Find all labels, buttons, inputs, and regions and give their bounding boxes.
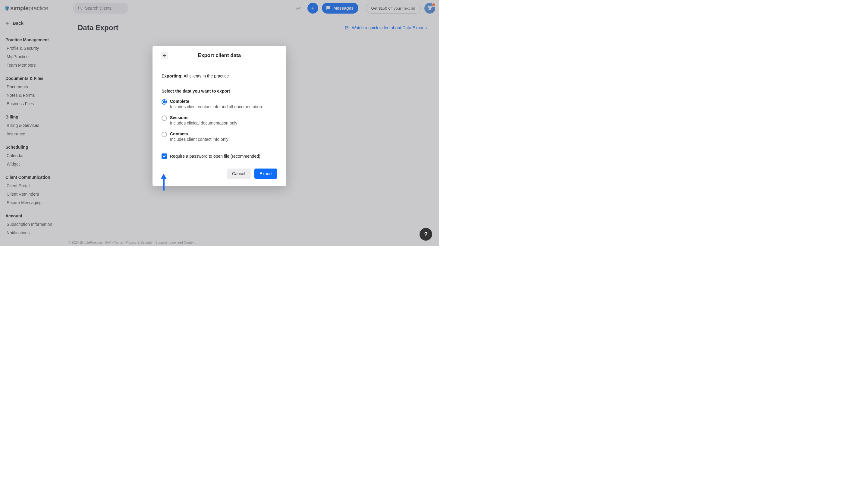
exporting-summary: Exporting: All clients in the practice [161,73,277,79]
help-button[interactable]: ? [420,228,432,241]
password-checkbox-label: Require a password to open file (recomme… [170,154,260,159]
modal-back-button[interactable] [161,52,168,59]
export-option-row[interactable]: ContactsIncludes client contact info onl… [161,131,277,142]
modal-title: Export client data [198,53,241,59]
cancel-button[interactable]: Cancel [227,169,251,179]
radio-button[interactable] [161,132,167,137]
radio-title: Sessions [170,115,237,120]
modal-divider [161,148,277,148]
check-icon [162,154,166,158]
radio-button[interactable] [161,99,167,104]
radio-desc: Includes client contact info and all doc… [170,104,262,109]
export-option-row[interactable]: SessionsIncludes clinical documentation … [161,115,277,125]
radio-desc: Includes client contact info only [170,137,228,142]
radio-title: Complete [170,99,262,104]
arrow-left-icon [162,53,167,58]
radio-desc: Includes clinical documentation only [170,121,237,125]
export-option-row[interactable]: CompleteIncludes client contact info and… [161,99,277,109]
export-button[interactable]: Export [254,169,277,179]
radio-button[interactable] [161,116,167,121]
password-checkbox[interactable] [161,153,167,159]
radio-title: Contacts [170,131,228,136]
export-modal: Export client data Exporting: All client… [153,46,286,186]
password-checkbox-row[interactable]: Require a password to open file (recomme… [161,153,277,159]
select-data-label: Select the data you want to export [161,89,277,93]
